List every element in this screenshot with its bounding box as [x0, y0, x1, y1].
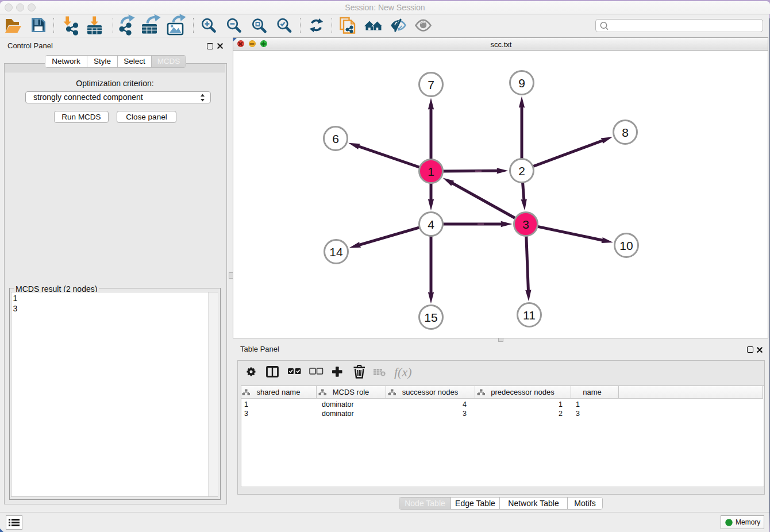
svg-text:2: 2 [518, 164, 525, 178]
svg-text:3: 3 [522, 218, 529, 231]
svg-text:14: 14 [329, 245, 343, 259]
svg-text:f(x): f(x) [394, 365, 412, 379]
svg-text:6: 6 [332, 132, 339, 145]
svg-text:7: 7 [428, 78, 434, 91]
svg-text:9: 9 [518, 76, 525, 90]
svg-text:11: 11 [523, 309, 536, 322]
svg-text:15: 15 [424, 311, 437, 324]
svg-text:1: 1 [428, 165, 434, 178]
svg-text:10: 10 [619, 239, 633, 252]
svg-text:4: 4 [428, 218, 434, 231]
svg-text:8: 8 [622, 126, 629, 139]
